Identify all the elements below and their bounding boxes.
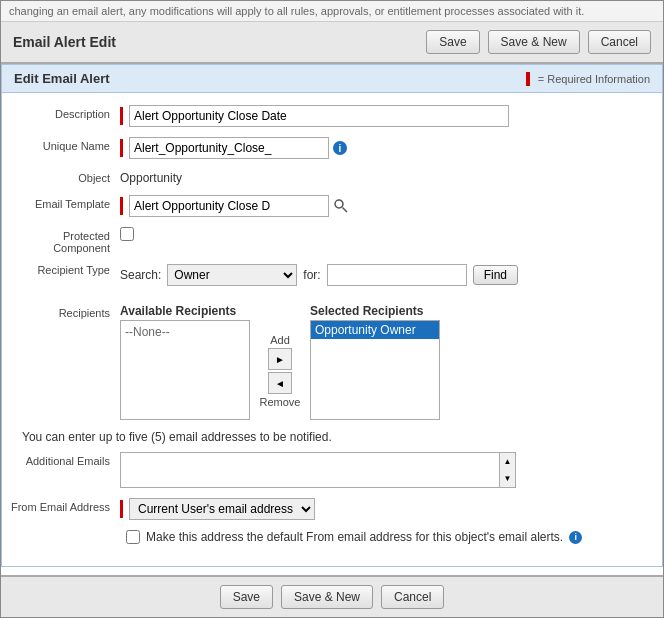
scroll-up-button[interactable]: ▲ <box>500 453 515 470</box>
recipient-type-value: Search: Owner User Role for: Find <box>120 264 654 294</box>
search-row: Search: Owner User Role for: Find <box>120 264 518 286</box>
selected-recipients-wrapper: Selected Recipients Opportunity Owner <box>310 304 440 420</box>
recipients-value: Available Recipients --None-- Add ► ◄ Re… <box>120 304 654 420</box>
additional-emails-container: ▲ ▼ <box>120 452 516 488</box>
remove-label: Remove <box>260 396 301 408</box>
unique-name-label: Unique Name <box>10 137 120 152</box>
footer-save-button[interactable]: Save <box>220 585 273 609</box>
header-cancel-button[interactable]: Cancel <box>588 30 651 54</box>
find-button[interactable]: Find <box>473 265 518 285</box>
unique-name-row: Unique Name i <box>10 137 654 159</box>
from-email-row: From Email Address Current User's email … <box>10 498 654 544</box>
object-text: Opportunity <box>120 169 182 185</box>
header-save-button[interactable]: Save <box>426 30 479 54</box>
email-template-value <box>120 195 654 217</box>
recipients-row: Recipients Available Recipients --None--… <box>10 304 654 420</box>
available-none-item: --None-- <box>121 321 249 343</box>
footer-bar: Save Save & New Cancel <box>1 575 663 617</box>
default-email-checkbox[interactable] <box>126 530 140 544</box>
from-email-value: Current User's email address Organizatio… <box>120 498 654 544</box>
additional-emails-row: Additional Emails ▲ ▼ <box>10 452 654 488</box>
available-recipients-header: Available Recipients <box>120 304 250 318</box>
description-row: Description <box>10 105 654 127</box>
recipient-type-row: Recipient Type Search: Owner User Role f… <box>10 264 654 294</box>
scroll-down-button[interactable]: ▼ <box>500 470 515 487</box>
header-save-new-button[interactable]: Save & New <box>488 30 580 54</box>
recipients-label: Recipients <box>10 304 120 319</box>
additional-emails-label: Additional Emails <box>10 452 120 467</box>
search-label-text: Search: <box>120 268 161 282</box>
default-email-label: Make this address the default From email… <box>146 530 563 544</box>
protected-component-row: Protected Component <box>10 227 654 254</box>
email-template-label: Email Template <box>10 195 120 210</box>
default-email-info-icon[interactable]: i <box>569 531 582 544</box>
recipient-type-label: Recipient Type <box>10 264 120 276</box>
section-header: Edit Email Alert = Required Information <box>1 64 663 92</box>
description-label: Description <box>10 105 120 120</box>
required-text: = Required Information <box>538 73 650 85</box>
unique-name-info-icon[interactable]: i <box>333 141 347 155</box>
available-recipients-list[interactable]: --None-- <box>120 320 250 420</box>
add-button[interactable]: ► <box>268 348 292 370</box>
from-email-required-mark <box>120 500 123 518</box>
header-bar: Email Alert Edit Save Save & New Cancel <box>1 22 663 64</box>
footer-cancel-button[interactable]: Cancel <box>381 585 444 609</box>
email-template-required-mark <box>120 197 123 215</box>
unique-name-input[interactable] <box>129 137 329 159</box>
object-value: Opportunity <box>120 169 654 185</box>
add-label: Add <box>270 334 290 346</box>
top-info-bar: changing an email alert, any modificatio… <box>1 1 663 22</box>
add-remove-container: Add ► ◄ Remove <box>250 304 310 408</box>
selected-recipients-header: Selected Recipients <box>310 304 440 318</box>
scrollbar-buttons: ▲ ▼ <box>500 452 516 488</box>
page-title: Email Alert Edit <box>13 34 418 50</box>
section-title: Edit Email Alert <box>14 71 110 86</box>
selected-recipient-item[interactable]: Opportunity Owner <box>311 321 439 339</box>
form-area: Description Unique Name i Object Opportu… <box>1 92 663 567</box>
required-info: = Required Information <box>526 72 650 86</box>
page-wrapper: changing an email alert, any modificatio… <box>0 0 664 618</box>
unique-name-value: i <box>120 137 654 159</box>
default-email-checkbox-row: Make this address the default From email… <box>120 530 582 544</box>
object-row: Object Opportunity <box>10 169 654 185</box>
available-recipients-wrapper: Available Recipients --None-- <box>120 304 250 420</box>
protected-component-label: Protected Component <box>10 227 120 254</box>
remove-button[interactable]: ◄ <box>268 372 292 394</box>
additional-emails-value: ▲ ▼ <box>120 452 654 488</box>
email-template-input[interactable] <box>129 195 329 217</box>
from-email-label: From Email Address <box>10 498 120 513</box>
from-email-select[interactable]: Current User's email address Organizatio… <box>129 498 315 520</box>
svg-line-1 <box>343 208 348 213</box>
required-bar-icon <box>526 72 530 86</box>
selected-recipients-list[interactable]: Opportunity Owner <box>310 320 440 420</box>
svg-point-0 <box>335 200 343 208</box>
recipient-type-select[interactable]: Owner User Role <box>167 264 297 286</box>
description-input[interactable] <box>129 105 509 127</box>
recipients-lists-container: Available Recipients --None-- Add ► ◄ Re… <box>120 304 440 420</box>
description-value <box>120 105 654 127</box>
email-template-lookup-icon[interactable] <box>333 198 349 214</box>
unique-name-required-mark <box>120 139 123 157</box>
email-template-row: Email Template <box>10 195 654 217</box>
footer-save-new-button[interactable]: Save & New <box>281 585 373 609</box>
object-label: Object <box>10 169 120 184</box>
additional-emails-textarea[interactable] <box>120 452 500 488</box>
top-info-text: changing an email alert, any modificatio… <box>9 5 584 17</box>
for-label-text: for: <box>303 268 320 282</box>
protected-component-value <box>120 227 654 241</box>
protected-component-checkbox[interactable] <box>120 227 134 241</box>
description-required-mark <box>120 107 123 125</box>
for-input[interactable] <box>327 264 467 286</box>
from-email-select-container: Current User's email address Organizatio… <box>120 498 315 520</box>
info-text: You can enter up to five (5) email addre… <box>18 430 654 444</box>
